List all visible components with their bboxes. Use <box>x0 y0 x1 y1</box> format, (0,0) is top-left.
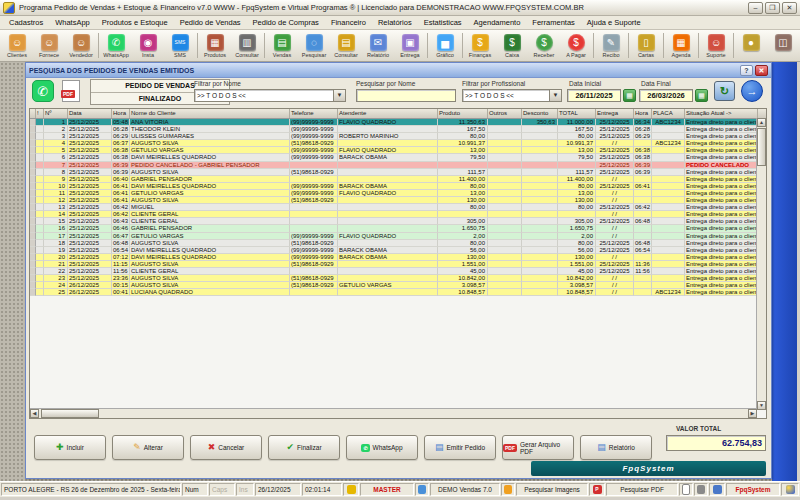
toolbar-cartas[interactable]: ▯Cartas <box>630 31 662 60</box>
table-row[interactable]: 925/12/202506:40GABRIEL PENSADOR11.400,0… <box>30 176 766 183</box>
calendar-icon[interactable]: ▦ <box>623 89 636 102</box>
toolbar-receber[interactable]: $Receber <box>528 31 560 60</box>
close-button[interactable]: ✕ <box>782 2 797 14</box>
scroll-right-icon[interactable]: ▶ <box>748 409 757 418</box>
column-header-n-1: Nº <box>44 109 68 118</box>
filtrar-por-nome-combo[interactable]: >> T O D O S << ▼ <box>194 89 346 102</box>
table-row[interactable]: 1725/12/202506:47GETULIO VARGAS(99)99999… <box>30 233 766 240</box>
toolbar-recibo[interactable]: ✎Recibo <box>595 31 627 60</box>
incluir-button[interactable]: ✚Incluir <box>34 435 106 460</box>
alterar-button[interactable]: ✎Alterar <box>112 435 184 460</box>
toolbar-consultar-vendas[interactable]: ▤Consultar <box>330 31 362 60</box>
cell: (99)99999-9999 <box>290 183 338 190</box>
table-row[interactable]: 2526/12/202500:41LUCIANA QUADRADO10.848,… <box>30 289 766 296</box>
table-row[interactable]: 1825/12/202506:48AUGUSTO SILVA(51)98618-… <box>30 240 766 247</box>
table-row[interactable]: 1225/12/202506:41AUGUSTO SILVA(51)98618-… <box>30 197 766 204</box>
table-row[interactable]: 1325/12/202506:42MIGUEL80,0080,0025/12/2… <box>30 204 766 211</box>
table-row[interactable]: 2426/12/202500:15AUGUSTO SILVA(51)98618-… <box>30 282 766 289</box>
calendar-icon[interactable]: ▦ <box>695 89 708 102</box>
help-button[interactable]: ? <box>740 65 753 76</box>
cell <box>488 140 522 147</box>
table-row[interactable]: 425/12/202506:37AUGUSTO SILVA(51)98618-0… <box>30 140 766 147</box>
toolbar-suporte[interactable]: ☺Suporte <box>700 31 732 60</box>
table-row[interactable]: 2025/12/202507:12DAVI MEIRELLES QUADRADO… <box>30 254 766 261</box>
vertical-scroll-thumb[interactable] <box>757 128 766 166</box>
horizontal-scrollbar[interactable]: ◀ ▶ <box>30 408 757 418</box>
cell: Entrega direto para o clien <box>685 211 758 218</box>
search-input[interactable] <box>356 89 456 102</box>
toolbar-relatorio[interactable]: ✉Relatório <box>362 31 394 60</box>
table-row[interactable]: 125/12/202505:48ANA VITORIA(99)99999-999… <box>30 119 766 126</box>
menu-ferramentas[interactable]: Ferramentas <box>526 18 581 27</box>
menu-agendamento[interactable]: Agendamento <box>468 18 527 27</box>
table-row[interactable]: 1025/12/202506:41DAVI MEIRELLES QUADRADO… <box>30 183 766 190</box>
toolbar-pesquisar[interactable]: ◌Pesquisar <box>298 31 330 60</box>
toolbar-sms[interactable]: SMSSMS <box>164 31 196 60</box>
restore-button[interactable]: ❐ <box>765 2 780 14</box>
toolbar-whatsapp[interactable]: ✆WhatsApp <box>100 31 132 60</box>
toolbar-vendedor[interactable]: ☺Vendedor <box>65 31 97 60</box>
table-row[interactable]: 1525/12/202506:43CLIENTE GERAL305,00305,… <box>30 218 766 225</box>
toolbar-sair[interactable]: ◫ <box>767 31 799 60</box>
horizontal-scroll-thumb[interactable] <box>41 409 99 418</box>
scroll-up-icon[interactable]: ▲ <box>757 118 766 127</box>
table-row[interactable]: 1425/12/202506:42CLIENTE GERAL/ /Entrega… <box>30 211 766 218</box>
table-row[interactable]: 825/12/202506:39AUGUSTO SILVA(51)98618-0… <box>30 169 766 176</box>
cancelar-label: Cancelar <box>218 444 244 451</box>
go-button[interactable]: → <box>741 80 763 102</box>
table-row[interactable]: 625/12/202506:38DAVI MEIRELLES QUADRADO(… <box>30 154 766 161</box>
table-row[interactable]: 325/12/202506:29ULISSES GUIMARAES(99)999… <box>30 133 766 140</box>
emitir-pedido-button[interactable]: ▤Emitir Pedido <box>424 435 496 460</box>
toolbar-grafico[interactable]: ▅Gráfico <box>429 31 461 60</box>
menu-ajuda-e-suporte[interactable]: Ajuda e Suporte <box>581 18 647 27</box>
toolbar-caixa[interactable]: $Caixa <box>496 31 528 60</box>
pdf-icon[interactable]: PDF <box>62 80 80 102</box>
toolbar-entrega[interactable]: ▣Entrega <box>394 31 426 60</box>
chevron-down-icon[interactable]: ▼ <box>333 90 345 101</box>
toolbar-financas[interactable]: $Finanças <box>464 31 496 60</box>
cancelar-button[interactable]: ✖Cancelar <box>190 435 262 460</box>
scroll-down-icon[interactable]: ▼ <box>757 401 766 410</box>
menu-pedido-de-vendas[interactable]: Pedido de Vendas <box>174 18 247 27</box>
gerar-arquivo-pdf-button[interactable]: PDFGerar Arquivo PDF <box>502 435 574 460</box>
menu-estatisticas[interactable]: Estatisticas <box>418 18 468 27</box>
cell: Entrega direto para o clien <box>685 289 758 296</box>
table-row[interactable]: 725/12/202506:39PEDIDO CANCELADO - GABRI… <box>30 162 766 169</box>
toolbar-clientes[interactable]: ☺Clientes <box>1 31 33 60</box>
whatsapp-icon[interactable]: ✆ <box>32 80 54 102</box>
menu-financeiro[interactable]: Financeiro <box>325 18 372 27</box>
refresh-button[interactable]: ↻ <box>714 81 735 101</box>
table-row[interactable]: 1625/12/202506:46GABRIEL PENSADOR1.650,7… <box>30 225 766 232</box>
toolbar-moeda[interactable]: ● <box>735 31 767 60</box>
minimize-button[interactable]: – <box>748 2 763 14</box>
data-inicial-field[interactable]: 26/11/2025 <box>567 89 621 102</box>
finalizar-button[interactable]: ✔Finalizar <box>268 435 340 460</box>
menu-relat-rios[interactable]: Relatórios <box>372 18 418 27</box>
data-final-field[interactable]: 26/03/2026 <box>639 89 693 102</box>
table-row[interactable]: 2225/12/202511:56CLIENTE GERAL45,0045,00… <box>30 268 766 275</box>
table-row[interactable]: 2125/12/202511:15AUGUSTO SILVA(51)98618-… <box>30 261 766 268</box>
table-row[interactable]: 525/12/202506:38GETULIO VARGAS(99)99999-… <box>30 147 766 154</box>
whatsapp-button[interactable]: ✆WhatsApp <box>346 435 418 460</box>
menu-whatsapp[interactable]: WhatsApp <box>49 18 96 27</box>
filtrar-por-profissional-combo[interactable]: >> T O D O S << ▼ <box>462 89 562 102</box>
toolbar-produtos[interactable]: ▦Produtos <box>199 31 231 60</box>
table-row[interactable]: 1125/12/202506:41GETULIO VARGAS(99)99999… <box>30 190 766 197</box>
table-row[interactable]: 2325/12/202523:36AUGUSTO SILVA(51)98618-… <box>30 275 766 282</box>
vertical-scrollbar[interactable]: ▲ ▼ <box>756 118 766 410</box>
menu-produtos-e-estoque[interactable]: Produtos e Estoque <box>96 18 174 27</box>
inner-close-button[interactable]: ✕ <box>755 65 768 76</box>
toolbar-a-pagar[interactable]: $A Pagar <box>560 31 592 60</box>
chevron-down-icon[interactable]: ▼ <box>549 90 561 101</box>
toolbar-fornecedor[interactable]: ☺Fornece <box>33 31 65 60</box>
toolbar-vendas[interactable]: ▤Vendas <box>266 31 298 60</box>
menu-pedido-de-compras[interactable]: Pedido de Compras <box>247 18 325 27</box>
toolbar-agenda[interactable]: ▦Agenda <box>665 31 697 60</box>
table-row[interactable]: 1925/12/202506:54DAVI MEIRELLES QUADRADO… <box>30 247 766 254</box>
menu-cadastros[interactable]: Cadastros <box>3 18 49 27</box>
scroll-left-icon[interactable]: ◀ <box>30 409 39 418</box>
toolbar-consultar-produtos[interactable]: ▥Consultar <box>231 31 263 60</box>
toolbar-instagram[interactable]: ◉Insta <box>132 31 164 60</box>
table-row[interactable]: 225/12/202506:28THEODOR KLEIN(99)99999-9… <box>30 126 766 133</box>
relatorio-button[interactable]: ▤Relatório <box>580 435 652 460</box>
